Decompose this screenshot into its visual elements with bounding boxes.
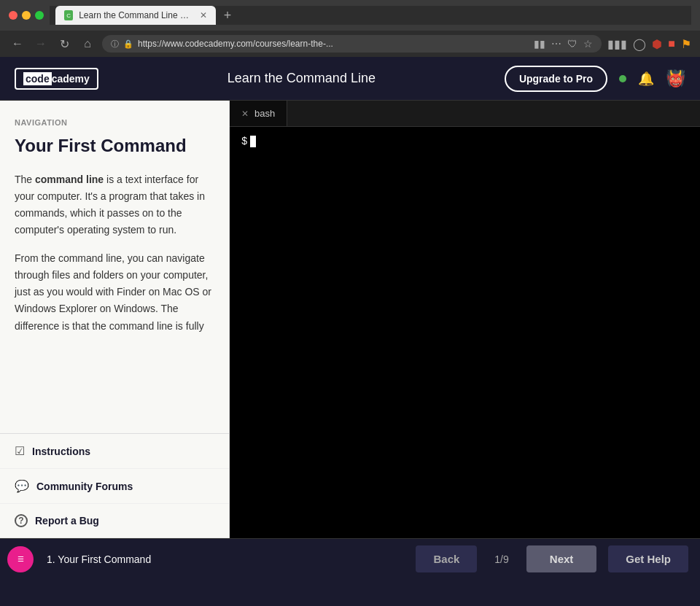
bookmark-icon[interactable]: ☆ [583, 38, 593, 50]
sync-icon[interactable]: ◯ [633, 37, 646, 51]
terminal-dollar-sign: $ [241, 136, 247, 147]
logo-code: code [23, 72, 52, 85]
url-bar[interactable]: ⓘ 🔒 https://www.codecademy.com/courses/l… [102, 35, 602, 53]
lock-icon: 🔒 [123, 39, 133, 49]
url-actions: ▮▮ ⋯ 🛡 ☆ [534, 38, 593, 50]
sidebar-bottom: ☑ Instructions 💬 Community Forums ? Repo… [0, 433, 229, 538]
logo-cademy: cademy [52, 73, 90, 85]
title-bar: C Learn the Command Line | Cod... ✕ + [0, 0, 700, 31]
extension-icon[interactable]: ■ [668, 37, 675, 50]
community-icon: 💬 [15, 479, 29, 493]
traffic-lights [9, 11, 44, 20]
footer-menu-button[interactable]: ☰ [0, 539, 41, 580]
lesson-avatar: ☰ [7, 546, 34, 572]
community-label: Community Forums [36, 481, 133, 492]
terminal-body[interactable]: $ [230, 127, 700, 538]
progress-indicator: 1/9 [494, 553, 508, 565]
info-icon: ⓘ [111, 39, 119, 50]
browser-extras: ▮▮▮ ◯ ⬢ ■ ⚑ [607, 37, 691, 51]
report-bug-item[interactable]: ? Report a Bug [0, 504, 229, 538]
sidebar-content: NAVIGATION Your First Command The comman… [0, 101, 229, 433]
app-header: codecademy Learn the Command Line Upgrad… [0, 57, 700, 101]
terminal-tab-close-icon[interactable]: ✕ [241, 109, 249, 119]
avatar-icon: ☰ [18, 555, 24, 563]
sidebar: NAVIGATION Your First Command The comman… [0, 101, 230, 538]
shield-icon[interactable]: 🛡 [567, 38, 578, 50]
tab-close-icon[interactable]: ✕ [200, 10, 207, 20]
new-tab-button[interactable]: + [219, 7, 236, 24]
reader-icon[interactable]: ▮▮ [534, 38, 545, 50]
more-options-icon[interactable]: ⋯ [551, 38, 561, 50]
user-avatar-icon[interactable]: 👹 [666, 69, 685, 88]
close-window-button[interactable] [9, 11, 18, 20]
nav-label: NAVIGATION [15, 118, 214, 127]
bug-label: Report a Bug [35, 515, 99, 527]
terminal-tabs: ✕ bash [230, 101, 700, 127]
back-button[interactable]: ← [9, 35, 26, 53]
library-icon[interactable]: ▮▮▮ [607, 37, 627, 51]
main-content: NAVIGATION Your First Command The comman… [0, 101, 700, 538]
bash-tab[interactable]: ✕ bash [230, 101, 287, 126]
terminal-tab-label: bash [254, 108, 275, 119]
logo: codecademy [15, 68, 98, 90]
next-button[interactable]: Next [526, 545, 597, 572]
browser-chrome: C Learn the Command Line | Cod... ✕ + ← … [0, 0, 700, 57]
minimize-window-button[interactable] [22, 11, 31, 20]
terminal-area: ✕ bash $ [230, 101, 700, 538]
maximize-window-button[interactable] [35, 11, 44, 20]
active-tab[interactable]: C Learn the Command Line | Cod... ✕ [55, 6, 216, 25]
home-button[interactable]: ⌂ [79, 35, 96, 53]
lesson-paragraph-1: The command line is a text interface for… [15, 171, 214, 238]
footer-lesson-title: 1. Your First Command [47, 553, 410, 565]
course-title: Learn the Command Line [98, 71, 505, 86]
get-help-button[interactable]: Get Help [608, 545, 688, 572]
notification-bell-icon[interactable]: 🔔 [638, 71, 654, 87]
community-forums-item[interactable]: 💬 Community Forums [0, 469, 229, 504]
status-dot [619, 75, 626, 82]
pocket-icon[interactable]: ⬢ [652, 37, 662, 51]
instructions-label: Instructions [32, 446, 90, 457]
bug-icon: ? [15, 514, 28, 527]
upgrade-to-pro-button[interactable]: Upgrade to Pro [505, 66, 607, 92]
lesson-heading: Your First Command [15, 136, 214, 157]
footer-nav: ☰ 1. Your First Command Back 1/9 Next Ge… [0, 538, 700, 579]
header-icons: 🔔 👹 [619, 69, 685, 88]
notification-icon[interactable]: ⚑ [681, 37, 691, 51]
terminal-cursor [250, 136, 256, 147]
address-bar: ← → ↻ ⌂ ⓘ 🔒 https://www.codecademy.com/c… [0, 31, 700, 57]
instructions-icon: ☑ [15, 444, 25, 458]
app-container: codecademy Learn the Command Line Upgrad… [0, 57, 700, 579]
tab-favicon: C [64, 10, 73, 20]
terminal-prompt: $ [241, 136, 688, 147]
refresh-button[interactable]: ↻ [55, 35, 73, 53]
command-line-bold: command line [35, 174, 104, 185]
lesson-paragraph-2: From the command line, you can navigate … [15, 250, 214, 334]
url-text: https://www.codecademy.com/courses/learn… [138, 39, 529, 49]
forward-button[interactable]: → [32, 35, 50, 53]
instructions-item[interactable]: ☑ Instructions [0, 434, 229, 469]
tab-title: Learn the Command Line | Cod... [79, 10, 191, 20]
tab-bar: C Learn the Command Line | Cod... ✕ + [50, 6, 691, 25]
back-button[interactable]: Back [416, 545, 477, 572]
